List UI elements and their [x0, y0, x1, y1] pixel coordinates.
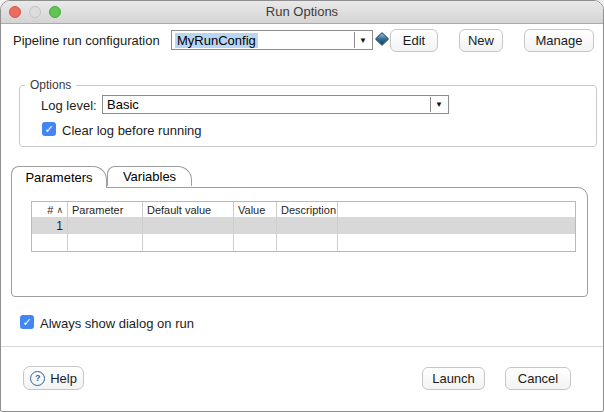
column-header-filler [337, 202, 575, 217]
window-title: Run Options [1, 4, 603, 19]
cell-filler [337, 234, 575, 251]
cell-number: 1 [32, 217, 67, 234]
chevron-down-icon[interactable]: ▼ [430, 97, 447, 112]
cell-value [233, 234, 276, 251]
launch-button[interactable]: Launch [422, 367, 485, 390]
cell-filler [337, 217, 575, 234]
footer-separator [1, 346, 603, 347]
column-header-value[interactable]: Value [233, 202, 276, 217]
table-row[interactable] [32, 234, 575, 251]
new-button[interactable]: New [459, 29, 503, 52]
cell-description [276, 234, 337, 251]
always-show-dialog-label: Always show dialog on run [40, 316, 194, 331]
tab-parameters[interactable]: Parameters [11, 166, 107, 188]
cell-description [276, 217, 337, 234]
column-header-parameter[interactable]: Parameter [67, 202, 142, 217]
chevron-down-icon[interactable]: ▼ [354, 32, 371, 48]
options-group-title: Options [25, 78, 76, 92]
modified-indicator-icon [375, 32, 389, 46]
cancel-button[interactable]: Cancel [505, 367, 571, 390]
tab-variables[interactable]: Variables [107, 166, 192, 186]
titlebar: Run Options [1, 1, 603, 24]
cell-parameter [67, 217, 142, 234]
cell-parameter [67, 234, 142, 251]
run-config-value: MyRunConfig [175, 33, 258, 48]
help-button[interactable]: ? Help [23, 366, 84, 390]
column-header-default-value[interactable]: Default value [142, 202, 233, 217]
column-header-description[interactable]: Description [276, 202, 337, 217]
pipeline-config-label: Pipeline run configuration [13, 33, 160, 48]
column-header-number-label: # [47, 204, 53, 216]
help-icon: ? [30, 371, 45, 386]
log-level-combobox[interactable]: Basic ▼ [102, 95, 449, 114]
edit-button[interactable]: Edit [390, 29, 438, 52]
always-show-dialog-checkbox[interactable]: ✓ [20, 315, 34, 329]
clear-log-checkbox[interactable]: ✓ [42, 122, 56, 136]
manage-button[interactable]: Manage [524, 29, 594, 52]
table-header-row: # ∧ Parameter Default value Value Descri… [32, 202, 575, 217]
cell-default-value [142, 217, 233, 234]
log-level-label: Log level: [41, 98, 97, 113]
table-row-selected[interactable]: 1 [32, 217, 575, 234]
checkmark-icon: ✓ [22, 315, 31, 329]
run-options-dialog: Run Options Pipeline run configuration M… [0, 0, 604, 412]
column-header-number[interactable]: # ∧ [32, 202, 67, 217]
cell-number [32, 234, 67, 251]
help-button-label: Help [50, 371, 77, 386]
cell-value [233, 217, 276, 234]
log-level-value: Basic [103, 97, 139, 112]
clear-log-label: Clear log before running [62, 123, 201, 138]
run-config-combobox[interactable]: MyRunConfig ▼ [171, 30, 373, 50]
checkmark-icon: ✓ [44, 122, 53, 136]
cell-default-value [142, 234, 233, 251]
parameters-table: # ∧ Parameter Default value Value Descri… [31, 201, 576, 252]
sort-ascending-icon: ∧ [56, 205, 63, 215]
